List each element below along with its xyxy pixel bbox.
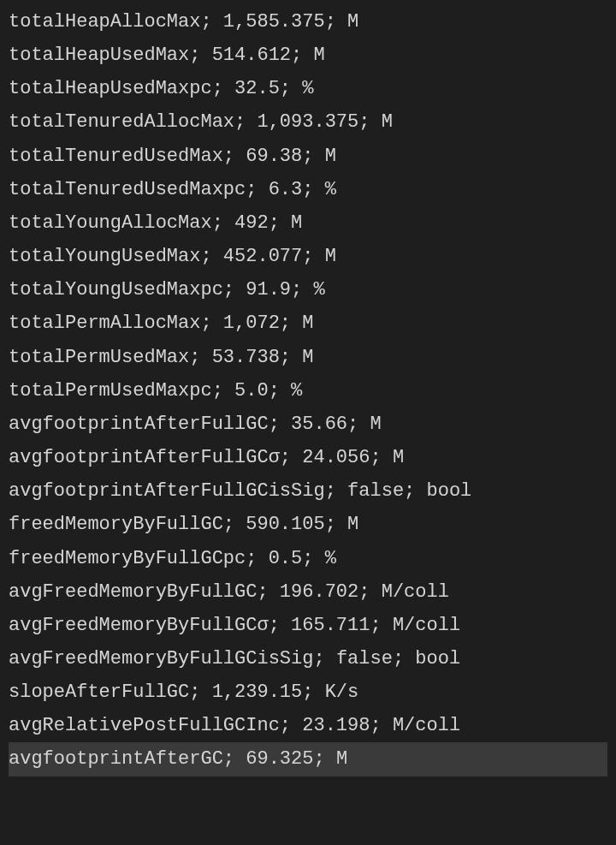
metric-name: totalTenuredAllocMax xyxy=(9,111,234,133)
metric-line: avgRelativePostFullGCInc; 23.198; M/coll xyxy=(9,709,607,742)
metric-unit: % xyxy=(313,279,324,301)
metric-name: totalHeapUsedMax xyxy=(9,45,189,66)
metric-line: totalHeapUsedMaxpc; 32.5; % xyxy=(9,72,607,105)
metric-unit: % xyxy=(302,78,313,99)
metric-line: slopeAfterFullGC; 1,239.15; K/s xyxy=(9,675,607,709)
metric-unit: % xyxy=(291,380,302,402)
metric-line: totalPermUsedMax; 53.738; M xyxy=(9,341,607,374)
metric-unit: M/coll xyxy=(382,581,449,603)
metric-unit: M/coll xyxy=(393,715,460,736)
metric-line: totalHeapUsedMax; 514.612; M xyxy=(9,39,607,72)
metric-name: avgfootprintAfterFullGC xyxy=(9,414,269,435)
metric-value: 91.9 xyxy=(246,279,291,301)
metric-name: avgFreedMemoryByFullGCσ xyxy=(9,615,269,636)
metric-unit: M xyxy=(302,347,313,368)
metric-unit: M xyxy=(382,111,393,133)
metric-name: avgRelativePostFullGCInc xyxy=(9,715,280,736)
metric-name: totalPermAllocMax xyxy=(9,312,200,334)
metric-name: avgFreedMemoryByFullGC xyxy=(9,581,257,603)
metric-line: freedMemoryByFullGCpc; 0.5; % xyxy=(9,542,607,575)
metric-unit: bool xyxy=(415,648,460,669)
metric-unit: M xyxy=(313,45,324,66)
metric-line: totalHeapAllocMax; 1,585.375; M xyxy=(9,5,607,39)
metric-name: totalPermUsedMax xyxy=(9,347,189,368)
metric-name: totalHeapUsedMaxpc xyxy=(9,78,212,99)
metric-name: totalYoungAllocMax xyxy=(9,212,212,234)
metric-line: totalTenuredUsedMax; 69.38; M xyxy=(9,140,607,173)
metric-line: totalTenuredUsedMaxpc; 6.3; % xyxy=(9,173,607,206)
metric-name: totalHeapAllocMax xyxy=(9,11,200,33)
metric-line: totalTenuredAllocMax; 1,093.375; M xyxy=(9,105,607,139)
metric-line: avgFreedMemoryByFullGCσ; 165.711; M/coll xyxy=(9,609,607,642)
metric-name: totalTenuredUsedMaxpc xyxy=(9,179,246,200)
metric-value: 5.0 xyxy=(234,380,269,402)
metric-unit: M xyxy=(291,212,302,234)
metric-line: avgFreedMemoryByFullGC; 196.702; M/coll xyxy=(9,575,607,609)
metric-unit: M xyxy=(302,312,313,334)
metric-value: 492 xyxy=(234,212,269,234)
metric-value: 32.5 xyxy=(234,78,280,99)
metric-line: avgfootprintAfterFullGCσ; 24.056; M xyxy=(9,441,607,474)
metric-line: totalYoungUsedMaxpc; 91.9; % xyxy=(9,273,607,306)
metric-unit: M xyxy=(347,11,358,33)
metric-unit: % xyxy=(325,548,336,569)
metric-value: 196.702 xyxy=(280,581,358,603)
metric-name: totalYoungUsedMaxpc xyxy=(9,279,223,301)
metric-name: avgfootprintAfterFullGCσ xyxy=(9,447,280,468)
metric-line: totalPermAllocMax; 1,072; M xyxy=(9,306,607,340)
terminal-output[interactable]: totalHeapAllocMax; 1,585.375; MtotalHeap… xyxy=(0,0,616,777)
metric-name: avgfootprintAfterGC xyxy=(9,748,223,770)
metric-line: totalPermUsedMaxpc; 5.0; % xyxy=(9,374,607,408)
metric-line: avgfootprintAfterGC; 69.325; M xyxy=(9,742,607,776)
metric-value: 35.66 xyxy=(291,414,347,435)
metric-line: totalYoungUsedMax; 452.077; M xyxy=(9,240,607,273)
metric-value: 1,585.375 xyxy=(223,11,325,33)
metric-unit: M xyxy=(336,748,347,770)
metric-value: 165.711 xyxy=(291,615,370,636)
metric-value: 1,072 xyxy=(223,312,280,334)
metric-line: avgfootprintAfterFullGCisSig; false; boo… xyxy=(9,474,607,508)
metric-name: slopeAfterFullGC xyxy=(9,681,189,703)
metric-value: 69.38 xyxy=(246,146,302,167)
metric-unit: M/coll xyxy=(393,615,460,636)
metric-name: freedMemoryByFullGCpc xyxy=(9,548,246,569)
metric-unit: M xyxy=(347,514,358,535)
metric-value: 23.198 xyxy=(302,715,370,736)
metric-unit: M xyxy=(370,414,381,435)
metric-name: totalPermUsedMaxpc xyxy=(9,380,212,402)
metric-value: false xyxy=(336,648,393,669)
metric-value: 0.5 xyxy=(269,548,303,569)
metric-value: 452.077 xyxy=(223,246,302,267)
metric-line: totalYoungAllocMax; 492; M xyxy=(9,206,607,240)
metric-line: avgFreedMemoryByFullGCisSig; false; bool xyxy=(9,642,607,675)
metric-name: freedMemoryByFullGC xyxy=(9,514,223,535)
metric-name: totalTenuredUsedMax xyxy=(9,146,223,167)
metric-value: 590.105 xyxy=(246,514,324,535)
metric-unit: bool xyxy=(427,480,472,502)
metric-value: 6.3 xyxy=(269,179,303,200)
metric-name: avgFreedMemoryByFullGCisSig xyxy=(9,648,313,669)
metric-value: 24.056 xyxy=(302,447,370,468)
metric-unit: M xyxy=(325,246,336,267)
metric-value: 53.738 xyxy=(212,347,280,368)
metric-line: avgfootprintAfterFullGC; 35.66; M xyxy=(9,408,607,441)
metric-line: freedMemoryByFullGC; 590.105; M xyxy=(9,508,607,541)
metric-unit: K/s xyxy=(325,681,359,703)
metric-unit: % xyxy=(325,179,336,200)
metric-value: 1,093.375 xyxy=(257,111,358,133)
metric-unit: M xyxy=(393,447,404,468)
metric-unit: M xyxy=(325,146,336,167)
metric-value: 514.612 xyxy=(212,45,291,66)
metric-name: totalYoungUsedMax xyxy=(9,246,200,267)
metric-value: false xyxy=(347,480,404,502)
metric-value: 1,239.15 xyxy=(212,681,303,703)
metric-name: avgfootprintAfterFullGCisSig xyxy=(9,480,325,502)
metric-value: 69.325 xyxy=(246,748,313,770)
